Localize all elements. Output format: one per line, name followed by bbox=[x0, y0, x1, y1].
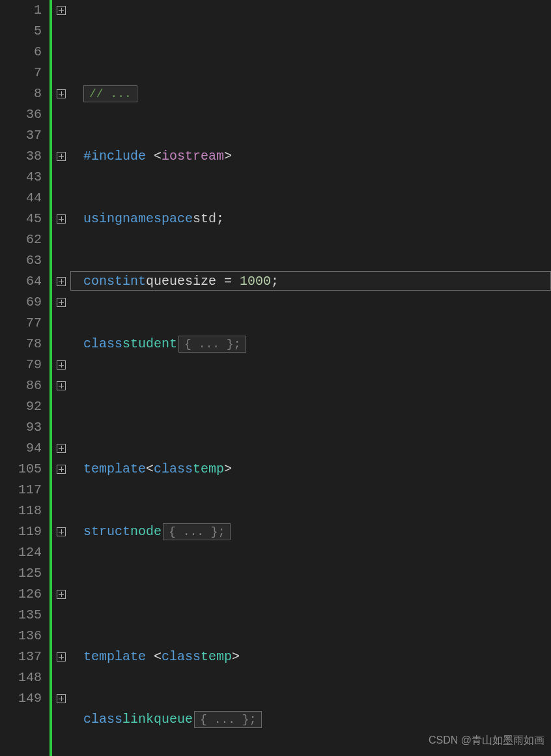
fold-gutter-row bbox=[52, 480, 70, 501]
fold-gutter-row bbox=[52, 375, 70, 396]
line-number: 92 bbox=[0, 396, 42, 417]
folded-region[interactable]: { ... }; bbox=[194, 711, 262, 728]
line-number: 86 bbox=[0, 375, 42, 396]
code-line[interactable] bbox=[70, 584, 551, 605]
code-line[interactable]: template <class temp> bbox=[70, 647, 551, 667]
fold-gutter-row bbox=[52, 292, 70, 313]
code-editor: 1567836373843444562636469777879869293941… bbox=[0, 0, 551, 756]
line-number: 119 bbox=[0, 521, 42, 542]
expand-icon[interactable] bbox=[57, 214, 66, 224]
expand-icon[interactable] bbox=[57, 590, 66, 599]
code-line[interactable] bbox=[70, 396, 551, 417]
line-number: 118 bbox=[0, 501, 42, 521]
line-number: 148 bbox=[0, 667, 42, 688]
code-line[interactable]: class student{ ... }; bbox=[70, 334, 551, 355]
fold-gutter-row bbox=[52, 104, 70, 125]
expand-icon[interactable] bbox=[57, 527, 66, 536]
fold-gutter-row bbox=[52, 188, 70, 209]
expand-icon[interactable] bbox=[57, 6, 66, 15]
line-number: 62 bbox=[0, 229, 42, 250]
expand-icon[interactable] bbox=[57, 298, 66, 307]
fold-column bbox=[52, 0, 70, 756]
line-number: 149 bbox=[0, 688, 42, 709]
fold-gutter-row bbox=[52, 667, 70, 688]
line-number: 126 bbox=[0, 584, 42, 605]
fold-gutter-row bbox=[52, 146, 70, 167]
folded-region[interactable]: // ... bbox=[83, 85, 137, 102]
folded-region[interactable]: { ... }; bbox=[163, 523, 231, 540]
line-number: 45 bbox=[0, 209, 42, 229]
fold-gutter-row bbox=[52, 229, 70, 250]
expand-icon[interactable] bbox=[57, 381, 66, 390]
code-line[interactable]: #include <iostream> bbox=[70, 146, 551, 167]
line-number: 44 bbox=[0, 188, 42, 209]
line-number: 37 bbox=[0, 125, 42, 146]
line-number: 6 bbox=[0, 42, 42, 63]
fold-gutter-row bbox=[52, 313, 70, 334]
code-area[interactable]: // ... #include <iostream> using namespa… bbox=[70, 0, 551, 756]
expand-icon[interactable] bbox=[57, 444, 66, 453]
expand-icon[interactable] bbox=[57, 89, 66, 98]
folded-region[interactable]: { ... }; bbox=[178, 336, 246, 353]
expand-icon[interactable] bbox=[57, 152, 66, 161]
expand-icon[interactable] bbox=[57, 694, 66, 703]
fold-gutter-row bbox=[52, 396, 70, 417]
line-number: 69 bbox=[0, 292, 42, 313]
fold-gutter-row bbox=[52, 438, 70, 459]
fold-gutter-row bbox=[52, 563, 70, 584]
line-number: 94 bbox=[0, 438, 42, 459]
fold-gutter-row bbox=[52, 271, 70, 292]
line-number: 117 bbox=[0, 480, 42, 501]
fold-gutter-row bbox=[52, 584, 70, 605]
line-number-gutter: 1567836373843444562636469777879869293941… bbox=[0, 0, 52, 756]
fold-gutter-row bbox=[52, 626, 70, 647]
fold-gutter-row bbox=[52, 647, 70, 667]
fold-gutter-row bbox=[52, 521, 70, 542]
fold-gutter-row bbox=[52, 501, 70, 521]
line-number: 38 bbox=[0, 146, 42, 167]
line-number: 1 bbox=[0, 0, 42, 21]
expand-icon[interactable] bbox=[57, 277, 66, 286]
line-number: 105 bbox=[0, 459, 42, 480]
fold-gutter-row bbox=[52, 63, 70, 83]
expand-icon[interactable] bbox=[57, 652, 66, 662]
code-line[interactable]: template<class temp> bbox=[70, 459, 551, 480]
fold-gutter-row bbox=[52, 125, 70, 146]
fold-gutter-row bbox=[52, 0, 70, 21]
expand-icon[interactable] bbox=[57, 360, 66, 370]
line-number: 137 bbox=[0, 647, 42, 667]
fold-gutter-row bbox=[52, 459, 70, 480]
line-number: 43 bbox=[0, 167, 42, 188]
line-number: 7 bbox=[0, 63, 42, 83]
line-number: 36 bbox=[0, 104, 42, 125]
line-number: 77 bbox=[0, 313, 42, 334]
fold-gutter-row bbox=[52, 355, 70, 375]
line-number: 124 bbox=[0, 542, 42, 563]
fold-gutter-row bbox=[52, 605, 70, 626]
line-number: 64 bbox=[0, 271, 42, 292]
code-line[interactable]: const int queuesize = 1000; bbox=[70, 271, 551, 292]
line-number: 8 bbox=[0, 83, 42, 104]
line-number: 125 bbox=[0, 563, 42, 584]
line-number: 93 bbox=[0, 417, 42, 438]
fold-gutter-row bbox=[52, 417, 70, 438]
code-line[interactable]: using namespace std; bbox=[70, 209, 551, 229]
expand-icon[interactable] bbox=[57, 465, 66, 474]
fold-gutter-row bbox=[52, 542, 70, 563]
code-line[interactable]: struct node{ ... }; bbox=[70, 521, 551, 542]
code-line[interactable]: class linkqueue{ ... }; bbox=[70, 709, 551, 730]
line-number: 79 bbox=[0, 355, 42, 375]
code-line[interactable]: // ... bbox=[70, 83, 551, 104]
fold-gutter-row bbox=[52, 21, 70, 42]
fold-gutter-row bbox=[52, 167, 70, 188]
line-number: 78 bbox=[0, 334, 42, 355]
line-number: 136 bbox=[0, 626, 42, 647]
line-number: 135 bbox=[0, 605, 42, 626]
line-number: 63 bbox=[0, 250, 42, 271]
fold-gutter-row bbox=[52, 688, 70, 709]
fold-gutter-row bbox=[52, 334, 70, 355]
fold-gutter-row bbox=[52, 250, 70, 271]
fold-gutter-row bbox=[52, 83, 70, 104]
line-number: 5 bbox=[0, 21, 42, 42]
fold-gutter-row bbox=[52, 209, 70, 229]
